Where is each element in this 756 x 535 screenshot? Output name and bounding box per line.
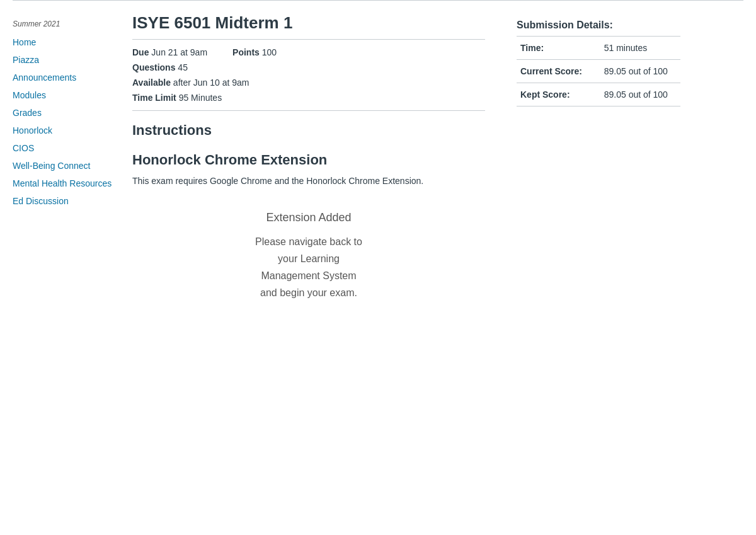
due-item: Due Jun 21 at 9am — [132, 47, 207, 57]
submission-row: Current Score:89.05 out of 100 — [517, 60, 680, 83]
extension-added-box: Extension Added Please navigate back toy… — [132, 205, 485, 308]
sidebar-link-modules[interactable]: Modules — [13, 90, 113, 100]
points-label: Points — [232, 47, 260, 57]
honorlock-extension-title: Honorlock Chrome Extension — [132, 151, 485, 170]
exam-title: ISYE 6501 Midterm 1 — [132, 13, 485, 33]
sidebar-semester: Summer 2021 — [13, 20, 113, 28]
extension-added-desc: Please navigate back toyour LearningMana… — [132, 233, 485, 302]
sidebar-link-grades[interactable]: Grades — [13, 108, 113, 118]
meta-divider — [132, 110, 485, 111]
available-label: Available — [132, 78, 171, 88]
time-limit-item: Time Limit 95 Minutes — [132, 93, 222, 103]
questions-label: Questions — [132, 62, 175, 72]
questions-value: 45 — [178, 62, 188, 72]
exam-meta: Due Jun 21 at 9am Points 100 Questions 4… — [132, 47, 485, 105]
available-item: Available after Jun 10 at 9am — [132, 78, 249, 88]
submission-row: Time:51 minutes — [517, 37, 680, 60]
sidebar-link-cios[interactable]: CIOS — [13, 143, 113, 153]
extension-added-title: Extension Added — [132, 211, 485, 224]
due-value: Jun 21 at 9am — [151, 47, 207, 57]
questions-item: Questions 45 — [132, 62, 188, 72]
sidebar-link-piazza[interactable]: Piazza — [13, 55, 113, 65]
time-limit-label: Time Limit — [132, 93, 176, 103]
sidebar-link-mental-health-resources[interactable]: Mental Health Resources — [13, 178, 113, 188]
submission-table: Time:51 minutesCurrent Score:89.05 out o… — [517, 37, 680, 106]
sidebar-link-announcements[interactable]: Announcements — [13, 72, 113, 83]
instructions-title: Instructions — [132, 122, 485, 139]
sidebar-link-ed-discussion[interactable]: Ed Discussion — [13, 196, 113, 206]
available-value: after Jun 10 at 9am — [173, 78, 249, 88]
sidebar-nav: HomePiazzaAnnouncementsModulesGradesHono… — [13, 37, 113, 206]
time-limit-value: 95 Minutes — [179, 93, 222, 103]
sidebar: Summer 2021 HomePiazzaAnnouncementsModul… — [13, 13, 113, 308]
title-divider — [132, 39, 485, 40]
submission-details: Submission Details: Time:51 minutesCurre… — [504, 13, 680, 308]
due-label: Due — [132, 47, 149, 57]
sidebar-link-home[interactable]: Home — [13, 37, 113, 47]
sidebar-link-well-being-connect[interactable]: Well-Being Connect — [13, 161, 113, 171]
honorlock-box: Honorlock Chrome Extension This exam req… — [132, 151, 485, 308]
honorlock-description: This exam requires Google Chrome and the… — [132, 176, 485, 186]
points-item: Points 100 — [232, 47, 277, 57]
sidebar-link-honorlock[interactable]: Honorlock — [13, 125, 113, 135]
submission-row: Kept Score:89.05 out of 100 — [517, 83, 680, 106]
main-content: ISYE 6501 Midterm 1 Due Jun 21 at 9am Po… — [113, 13, 504, 308]
submission-details-title: Submission Details: — [517, 20, 680, 37]
points-value: 100 — [262, 47, 277, 57]
